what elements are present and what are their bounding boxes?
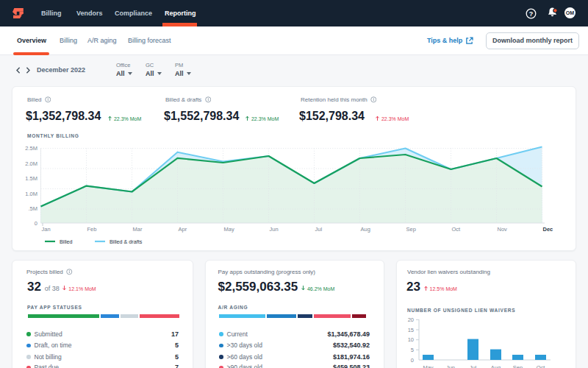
svg-text:Dec: Dec bbox=[543, 226, 553, 233]
svg-text:Billed & drafts: Billed & drafts bbox=[110, 238, 143, 245]
svg-text:Jul: Jul bbox=[315, 226, 323, 233]
svg-text:Sep: Sep bbox=[513, 364, 523, 368]
svg-text:0: 0 bbox=[35, 220, 37, 227]
svg-text:Mar: Mar bbox=[133, 226, 143, 233]
svg-text:Jun: Jun bbox=[446, 364, 455, 368]
svg-text:Sep: Sep bbox=[406, 226, 416, 233]
svg-text:.5M: .5M bbox=[28, 205, 37, 212]
svg-text:Feb: Feb bbox=[87, 226, 97, 233]
svg-text:Nov: Nov bbox=[498, 226, 508, 233]
svg-text:Billed: Billed bbox=[60, 238, 73, 245]
svg-text:May: May bbox=[423, 364, 433, 368]
svg-text:Apr: Apr bbox=[179, 226, 187, 233]
svg-text:1.5M: 1.5M bbox=[25, 175, 37, 182]
svg-text:0: 0 bbox=[411, 357, 414, 364]
svg-text:Aug: Aug bbox=[361, 226, 370, 233]
svg-text:2.5M: 2.5M bbox=[25, 145, 37, 152]
svg-text:May: May bbox=[224, 226, 234, 233]
svg-text:1.0M: 1.0M bbox=[25, 191, 37, 197]
svg-text:Oct: Oct bbox=[452, 226, 462, 233]
svg-text:Jan: Jan bbox=[42, 226, 51, 233]
svg-text:Jun: Jun bbox=[270, 226, 279, 233]
svg-text:Jul: Jul bbox=[470, 364, 477, 368]
svg-text:?: ? bbox=[528, 10, 533, 18]
svg-text:5: 5 bbox=[411, 347, 414, 353]
svg-text:2.0M: 2.0M bbox=[25, 160, 37, 167]
svg-text:15: 15 bbox=[408, 327, 414, 333]
svg-text:20: 20 bbox=[408, 316, 414, 323]
svg-text:10: 10 bbox=[408, 336, 414, 343]
svg-text:Oct: Oct bbox=[537, 364, 546, 368]
svg-text:Aug: Aug bbox=[491, 364, 501, 368]
